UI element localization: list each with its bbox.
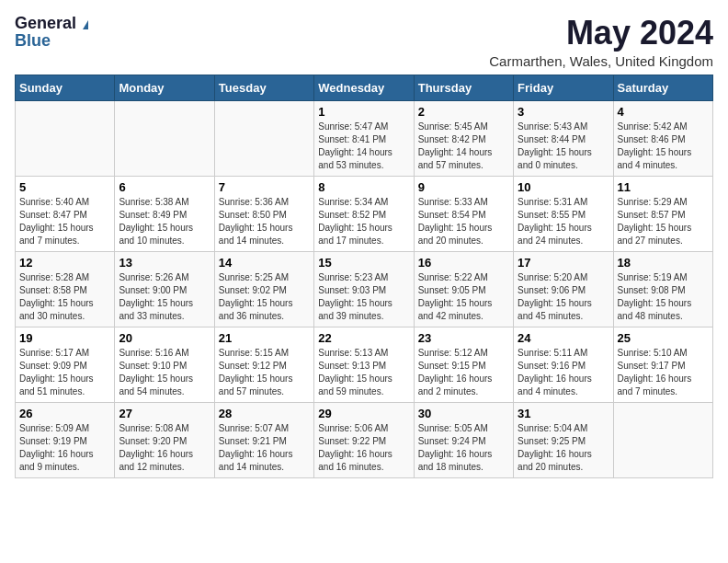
day-info: Sunrise: 5:07 AM Sunset: 9:21 PM Dayligh… bbox=[219, 422, 310, 474]
calendar-cell-w1d3: 8Sunrise: 5:34 AM Sunset: 8:52 PM Daylig… bbox=[314, 176, 414, 251]
calendar-week-3: 19Sunrise: 5:17 AM Sunset: 9:09 PM Dayli… bbox=[16, 327, 713, 402]
calendar-week-0: 1Sunrise: 5:47 AM Sunset: 8:41 PM Daylig… bbox=[16, 100, 713, 176]
day-info: Sunrise: 5:43 AM Sunset: 8:44 PM Dayligh… bbox=[518, 121, 609, 172]
day-info: Sunrise: 5:05 AM Sunset: 9:24 PM Dayligh… bbox=[418, 422, 509, 474]
day-info: Sunrise: 5:40 AM Sunset: 8:47 PM Dayligh… bbox=[19, 196, 110, 247]
day-number: 1 bbox=[318, 105, 409, 119]
day-number: 24 bbox=[518, 331, 609, 345]
calendar-cell-w0d5: 3Sunrise: 5:43 AM Sunset: 8:44 PM Daylig… bbox=[514, 100, 613, 176]
day-info: Sunrise: 5:08 AM Sunset: 9:20 PM Dayligh… bbox=[119, 422, 210, 474]
day-info: Sunrise: 5:26 AM Sunset: 9:00 PM Dayligh… bbox=[119, 271, 210, 323]
calendar-cell-w2d1: 13Sunrise: 5:26 AM Sunset: 9:00 PM Dayli… bbox=[115, 251, 214, 327]
day-info: Sunrise: 5:12 AM Sunset: 9:15 PM Dayligh… bbox=[418, 347, 509, 398]
calendar-cell-w1d2: 7Sunrise: 5:36 AM Sunset: 8:50 PM Daylig… bbox=[214, 176, 313, 251]
calendar-cell-w3d3: 22Sunrise: 5:13 AM Sunset: 9:13 PM Dayli… bbox=[314, 327, 414, 402]
day-number: 23 bbox=[418, 331, 509, 345]
day-info: Sunrise: 5:25 AM Sunset: 9:02 PM Dayligh… bbox=[219, 271, 310, 323]
calendar-cell-w1d1: 6Sunrise: 5:38 AM Sunset: 8:49 PM Daylig… bbox=[115, 176, 214, 251]
calendar-cell-w1d5: 10Sunrise: 5:31 AM Sunset: 8:55 PM Dayli… bbox=[514, 176, 613, 251]
day-info: Sunrise: 5:42 AM Sunset: 8:46 PM Dayligh… bbox=[618, 121, 709, 172]
calendar-cell-w4d2: 28Sunrise: 5:07 AM Sunset: 9:21 PM Dayli… bbox=[214, 402, 313, 477]
day-info: Sunrise: 5:09 AM Sunset: 9:19 PM Dayligh… bbox=[19, 422, 110, 474]
day-number: 17 bbox=[518, 256, 609, 270]
calendar-cell-w4d6 bbox=[613, 402, 712, 477]
day-info: Sunrise: 5:19 AM Sunset: 9:08 PM Dayligh… bbox=[618, 271, 709, 323]
day-number: 16 bbox=[418, 256, 509, 270]
day-info: Sunrise: 5:36 AM Sunset: 8:50 PM Dayligh… bbox=[219, 196, 310, 247]
calendar-cell-w1d6: 11Sunrise: 5:29 AM Sunset: 8:57 PM Dayli… bbox=[613, 176, 712, 251]
calendar-table: SundayMondayTuesdayWednesdayThursdayFrid… bbox=[15, 75, 713, 478]
day-number: 3 bbox=[518, 105, 609, 119]
calendar-cell-w4d4: 30Sunrise: 5:05 AM Sunset: 9:24 PM Dayli… bbox=[414, 402, 513, 477]
day-number: 26 bbox=[19, 407, 110, 420]
day-info: Sunrise: 5:34 AM Sunset: 8:52 PM Dayligh… bbox=[318, 196, 409, 247]
logo-blue-text: Blue bbox=[15, 32, 51, 49]
page-header: General Blue May 2024 Carmarthen, Wales,… bbox=[15, 15, 713, 69]
calendar-cell-w3d6: 25Sunrise: 5:10 AM Sunset: 9:17 PM Dayli… bbox=[613, 327, 712, 402]
calendar-cell-w3d5: 24Sunrise: 5:11 AM Sunset: 9:16 PM Dayli… bbox=[514, 327, 613, 402]
day-number: 8 bbox=[318, 180, 409, 194]
day-info: Sunrise: 5:17 AM Sunset: 9:09 PM Dayligh… bbox=[19, 347, 110, 398]
title-block: May 2024 Carmarthen, Wales, United Kingd… bbox=[489, 15, 713, 69]
day-number: 14 bbox=[219, 256, 310, 270]
calendar-cell-w4d0: 26Sunrise: 5:09 AM Sunset: 9:19 PM Dayli… bbox=[16, 402, 115, 477]
calendar-cell-w2d5: 17Sunrise: 5:20 AM Sunset: 9:06 PM Dayli… bbox=[514, 251, 613, 327]
day-number: 22 bbox=[318, 331, 409, 345]
day-number: 31 bbox=[518, 407, 609, 420]
logo-top: General bbox=[15, 15, 88, 32]
day-number: 21 bbox=[219, 331, 310, 345]
day-info: Sunrise: 5:10 AM Sunset: 9:17 PM Dayligh… bbox=[618, 347, 709, 398]
logo-arrow-icon bbox=[83, 20, 88, 29]
day-number: 10 bbox=[518, 180, 609, 194]
day-info: Sunrise: 5:47 AM Sunset: 8:41 PM Dayligh… bbox=[318, 121, 409, 172]
logo: General Blue bbox=[15, 15, 88, 49]
day-number: 27 bbox=[119, 407, 210, 420]
day-number: 6 bbox=[119, 180, 210, 194]
header-tuesday: Tuesday bbox=[214, 75, 313, 100]
day-info: Sunrise: 5:16 AM Sunset: 9:10 PM Dayligh… bbox=[119, 347, 210, 398]
day-info: Sunrise: 5:13 AM Sunset: 9:13 PM Dayligh… bbox=[318, 347, 409, 398]
day-number: 9 bbox=[418, 180, 509, 194]
day-number: 28 bbox=[219, 407, 310, 420]
calendar-cell-w3d1: 20Sunrise: 5:16 AM Sunset: 9:10 PM Dayli… bbox=[115, 327, 214, 402]
day-info: Sunrise: 5:06 AM Sunset: 9:22 PM Dayligh… bbox=[318, 422, 409, 474]
day-info: Sunrise: 5:04 AM Sunset: 9:25 PM Dayligh… bbox=[518, 422, 609, 474]
logo-general-text: General bbox=[15, 14, 76, 32]
calendar-cell-w0d3: 1Sunrise: 5:47 AM Sunset: 8:41 PM Daylig… bbox=[314, 100, 414, 176]
header-sunday: Sunday bbox=[16, 75, 115, 100]
header-wednesday: Wednesday bbox=[314, 75, 414, 100]
calendar-cell-w0d6: 4Sunrise: 5:42 AM Sunset: 8:46 PM Daylig… bbox=[613, 100, 712, 176]
day-number: 12 bbox=[19, 256, 110, 270]
calendar-cell-w2d0: 12Sunrise: 5:28 AM Sunset: 8:58 PM Dayli… bbox=[16, 251, 115, 327]
day-info: Sunrise: 5:45 AM Sunset: 8:42 PM Dayligh… bbox=[418, 121, 509, 172]
calendar-cell-w3d2: 21Sunrise: 5:15 AM Sunset: 9:12 PM Dayli… bbox=[214, 327, 313, 402]
day-number: 13 bbox=[119, 256, 210, 270]
calendar-cell-w0d2 bbox=[214, 100, 313, 176]
day-number: 2 bbox=[418, 105, 509, 119]
calendar-cell-w2d3: 15Sunrise: 5:23 AM Sunset: 9:03 PM Dayli… bbox=[314, 251, 414, 327]
calendar-cell-w0d0 bbox=[16, 100, 115, 176]
day-number: 19 bbox=[19, 331, 110, 345]
calendar-cell-w2d4: 16Sunrise: 5:22 AM Sunset: 9:05 PM Dayli… bbox=[414, 251, 513, 327]
day-number: 25 bbox=[618, 331, 709, 345]
day-info: Sunrise: 5:28 AM Sunset: 8:58 PM Dayligh… bbox=[19, 271, 110, 323]
calendar-cell-w2d6: 18Sunrise: 5:19 AM Sunset: 9:08 PM Dayli… bbox=[613, 251, 712, 327]
calendar-cell-w1d4: 9Sunrise: 5:33 AM Sunset: 8:54 PM Daylig… bbox=[414, 176, 513, 251]
day-info: Sunrise: 5:31 AM Sunset: 8:55 PM Dayligh… bbox=[518, 196, 609, 247]
location-text: Carmarthen, Wales, United Kingdom bbox=[489, 53, 713, 69]
day-number: 11 bbox=[618, 180, 709, 194]
day-number: 5 bbox=[19, 180, 110, 194]
day-info: Sunrise: 5:22 AM Sunset: 9:05 PM Dayligh… bbox=[418, 271, 509, 323]
header-friday: Friday bbox=[514, 75, 613, 100]
day-info: Sunrise: 5:20 AM Sunset: 9:06 PM Dayligh… bbox=[518, 271, 609, 323]
day-number: 7 bbox=[219, 180, 310, 194]
calendar-cell-w4d5: 31Sunrise: 5:04 AM Sunset: 9:25 PM Dayli… bbox=[514, 402, 613, 477]
day-number: 20 bbox=[119, 331, 210, 345]
calendar-header-row: SundayMondayTuesdayWednesdayThursdayFrid… bbox=[16, 75, 713, 100]
day-info: Sunrise: 5:23 AM Sunset: 9:03 PM Dayligh… bbox=[318, 271, 409, 323]
calendar-week-1: 5Sunrise: 5:40 AM Sunset: 8:47 PM Daylig… bbox=[16, 176, 713, 251]
header-monday: Monday bbox=[115, 75, 214, 100]
day-number: 4 bbox=[618, 105, 709, 119]
day-number: 18 bbox=[618, 256, 709, 270]
calendar-cell-w4d3: 29Sunrise: 5:06 AM Sunset: 9:22 PM Dayli… bbox=[314, 402, 414, 477]
